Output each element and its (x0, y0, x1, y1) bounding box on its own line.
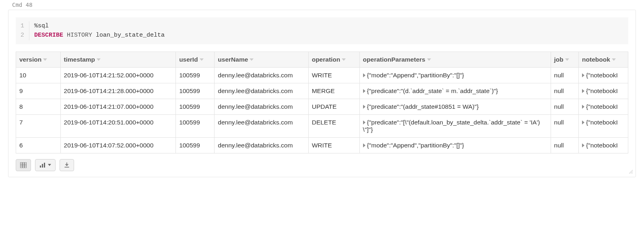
cell-job: null (551, 137, 579, 153)
column-header-version[interactable]: version (16, 52, 61, 67)
download-icon (64, 162, 70, 168)
cell-userName: denny.lee@databricks.com (215, 114, 308, 137)
code-text: DESCRIBE HISTORY loan_by_state_delta (34, 31, 165, 40)
expand-icon[interactable] (582, 120, 584, 124)
cell-version: 6 (16, 137, 61, 153)
cell-operationParameters: {"predicate":"[\"(default.loan_by_state_… (359, 114, 551, 137)
expand-icon[interactable] (582, 89, 584, 93)
sort-icon (427, 58, 431, 61)
bar-chart-icon (39, 162, 46, 168)
cell-timestamp: 2019-06-10T14:07:52.000+0000 (60, 137, 176, 153)
svg-rect-7 (44, 163, 45, 168)
column-header-userName[interactable]: userName (215, 52, 308, 67)
resize-handle-icon[interactable] (628, 168, 633, 175)
cell-operation: WRITE (308, 137, 359, 153)
download-button[interactable] (60, 159, 74, 171)
cell-version: 9 (16, 83, 61, 99)
cell-job: null (551, 67, 579, 83)
expand-icon[interactable] (582, 143, 584, 147)
cell-userId: 100599 (176, 67, 215, 83)
cell-version: 10 (16, 67, 61, 83)
cell-job: null (551, 83, 579, 99)
result-output: versiontimestampuserIduserNameoperationo… (16, 52, 628, 153)
column-header-job[interactable]: job (551, 52, 579, 67)
cell-userName: denny.lee@databricks.com (215, 99, 308, 114)
cell-version: 7 (16, 114, 61, 137)
cell-userId: 100599 (176, 137, 215, 153)
cell-userName: denny.lee@databricks.com (215, 67, 308, 83)
cell-timestamp: 2019-06-10T14:21:28.000+0000 (60, 83, 176, 99)
cell-notebook: {"notebookI (579, 137, 628, 153)
line-number: 1 (16, 21, 29, 31)
expand-icon[interactable] (363, 143, 365, 147)
sort-icon (97, 58, 101, 61)
table-view-button[interactable] (16, 159, 31, 171)
svg-line-9 (629, 170, 633, 174)
expand-icon[interactable] (363, 105, 365, 109)
cell-operation: DELETE (308, 114, 359, 137)
table-row: 72019-06-10T14:20:51.000+0000100599denny… (16, 114, 628, 137)
sort-icon (612, 58, 616, 61)
cell-userName: denny.lee@databricks.com (215, 83, 308, 99)
cell-operationParameters: {"mode":"Append","partitionBy":"[]"} (359, 67, 551, 83)
output-toolbar (16, 159, 628, 171)
sort-icon (250, 58, 254, 61)
svg-rect-5 (40, 166, 41, 168)
cell-userId: 100599 (176, 99, 215, 114)
cell-userId: 100599 (176, 83, 215, 99)
cell-operationParameters: {"mode":"Append","partitionBy":"[]"} (359, 137, 551, 153)
expand-icon[interactable] (582, 73, 584, 77)
table-row: 92019-06-10T14:21:28.000+0000100599denny… (16, 83, 628, 99)
expand-icon[interactable] (582, 105, 584, 109)
table-row: 82019-06-10T14:21:07.000+0000100599denny… (16, 99, 628, 114)
sort-icon (200, 58, 204, 61)
expand-icon[interactable] (363, 89, 365, 93)
chart-view-button[interactable] (35, 159, 56, 171)
line-number: 2 (16, 31, 29, 40)
sort-icon (43, 58, 47, 61)
cell-job: null (551, 114, 579, 137)
result-table: versiontimestampuserIduserNameoperationo… (16, 52, 628, 153)
code-text: %sql (34, 21, 49, 31)
table-row: 102019-06-10T14:21:52.000+0000100599denn… (16, 67, 628, 83)
cell-operation: WRITE (308, 67, 359, 83)
column-header-operation[interactable]: operation (308, 52, 359, 67)
svg-rect-6 (42, 164, 43, 168)
cmd-label: Cmd 48 (4, 0, 640, 10)
cell-userId: 100599 (176, 114, 215, 137)
table-icon (20, 162, 27, 168)
svg-rect-0 (20, 162, 27, 168)
svg-line-11 (632, 173, 633, 174)
cell-version: 8 (16, 99, 61, 114)
cell-timestamp: 2019-06-10T14:21:52.000+0000 (60, 67, 176, 83)
expand-icon[interactable] (363, 73, 365, 77)
cell-notebook: {"notebookI (579, 114, 628, 137)
notebook-cell: 1 %sql 2 DESCRIBE HISTORY loan_by_state_… (8, 10, 636, 177)
table-row: 62019-06-10T14:07:52.000+0000100599denny… (16, 137, 628, 153)
column-header-timestamp[interactable]: timestamp (60, 52, 176, 67)
cell-operationParameters: {"predicate":"(addr_state#10851 = WA)"} (359, 99, 551, 114)
code-editor[interactable]: 1 %sql 2 DESCRIBE HISTORY loan_by_state_… (16, 17, 628, 44)
cell-notebook: {"notebookI (579, 99, 628, 114)
column-header-operationParameters[interactable]: operationParameters (359, 52, 551, 67)
cell-timestamp: 2019-06-10T14:20:51.000+0000 (60, 114, 176, 137)
column-header-notebook[interactable]: notebook (579, 52, 628, 67)
sort-icon (565, 58, 569, 61)
cell-userName: denny.lee@databricks.com (215, 137, 308, 153)
expand-icon[interactable] (363, 120, 365, 124)
column-header-userId[interactable]: userId (176, 52, 215, 67)
cell-job: null (551, 99, 579, 114)
sort-icon (342, 58, 346, 61)
cell-operationParameters: {"predicate":"(d.`addr_state` = m.`addr_… (359, 83, 551, 99)
cell-timestamp: 2019-06-10T14:21:07.000+0000 (60, 99, 176, 114)
cell-notebook: {"notebookI (579, 67, 628, 83)
chevron-down-icon (48, 164, 51, 166)
cell-notebook: {"notebookI (579, 83, 628, 99)
cell-operation: MERGE (308, 83, 359, 99)
cell-operation: UPDATE (308, 99, 359, 114)
